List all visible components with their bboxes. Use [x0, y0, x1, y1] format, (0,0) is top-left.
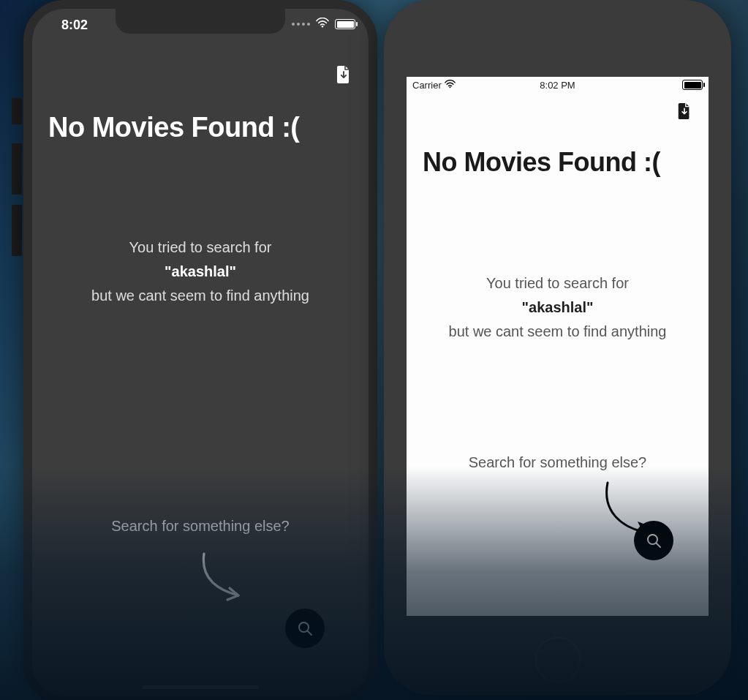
search-again-prompt: Search for something else?: [407, 454, 709, 471]
svg-point-0: [322, 26, 323, 27]
page-title: No Movies Found :(: [423, 147, 692, 178]
search-icon: [296, 620, 314, 637]
device-iphone-classic-light: Carrier 8:02 PM No Movies Found :( You t…: [384, 0, 731, 695]
battery-icon: [335, 19, 355, 29]
status-time: 8:02 PM: [540, 80, 575, 91]
battery-icon: [682, 80, 703, 90]
screen: Carrier 8:02 PM No Movies Found :( You t…: [407, 77, 709, 616]
download-file-icon[interactable]: [335, 64, 352, 88]
home-indicator[interactable]: [142, 685, 259, 689]
nav-actions: [335, 64, 352, 88]
svg-line-5: [657, 543, 661, 548]
svg-line-2: [308, 631, 312, 636]
empty-state-message: You tried to search for "akashlal" but w…: [407, 271, 709, 344]
hw-mute-switch: [12, 98, 22, 124]
status-time: 8:02: [61, 18, 88, 33]
status-right-icons: [292, 18, 355, 31]
search-button[interactable]: [634, 521, 673, 560]
curved-arrow-icon: [186, 550, 252, 611]
search-again-prompt: Search for something else?: [32, 518, 369, 535]
msg-line-1: You tried to search for: [407, 271, 709, 296]
msg-line-1: You tried to search for: [32, 236, 369, 260]
cell-dots-icon: [292, 23, 310, 26]
msg-line-2: but we cant seem to find anything: [407, 320, 709, 344]
nav-actions: [676, 102, 692, 124]
status-right-icons: [682, 80, 703, 90]
hw-volume-down: [12, 205, 22, 256]
searched-query: "akashlal": [407, 296, 709, 320]
wifi-icon: [316, 18, 329, 31]
notch: [116, 9, 285, 34]
svg-point-3: [449, 86, 450, 88]
msg-line-2: but we cant seem to find anything: [32, 284, 369, 308]
screen: 8:02 No Movies Found :( You tried to sea…: [32, 9, 369, 696]
search-button[interactable]: [285, 609, 325, 648]
wifi-icon: [445, 80, 456, 91]
page-title: No Movies Found :(: [48, 112, 352, 143]
device-iphone-x-dark: 8:02 No Movies Found :( You tried to sea…: [23, 0, 377, 700]
hw-volume-up: [12, 143, 22, 195]
download-file-icon[interactable]: [676, 102, 692, 124]
search-icon: [645, 532, 662, 549]
searched-query: "akashlal": [32, 260, 369, 284]
status-left: Carrier: [412, 80, 456, 91]
status-bar: Carrier 8:02 PM: [407, 77, 709, 94]
home-button[interactable]: [534, 636, 581, 683]
empty-state-message: You tried to search for "akashlal" but w…: [32, 236, 369, 308]
carrier-label: Carrier: [412, 80, 442, 91]
